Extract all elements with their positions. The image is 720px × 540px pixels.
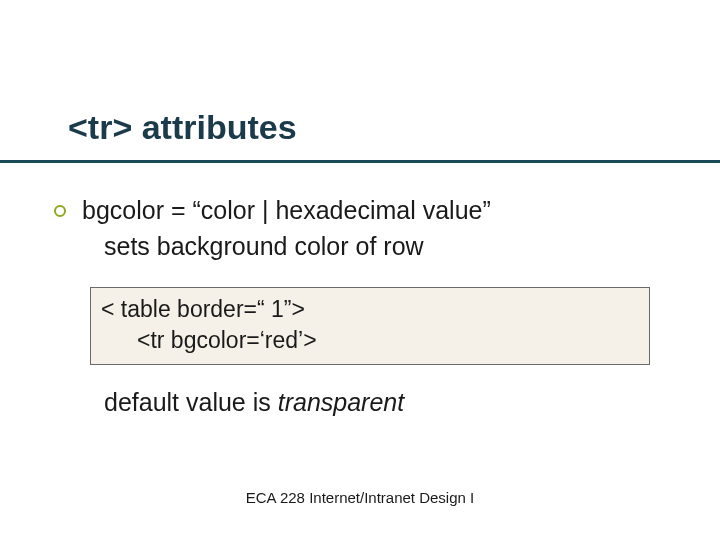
default-value-text: default value is transparent	[104, 388, 404, 417]
body-line-1: bgcolor = “color | hexadecimal value”	[82, 194, 680, 228]
footer-text: ECA 228 Internet/Intranet Design I	[0, 489, 720, 506]
slide: <tr> attributes bgcolor = “color | hexad…	[0, 0, 720, 540]
code-line-2: <tr bgcolor=‘red’>	[137, 325, 639, 356]
body-text: bgcolor = “color | hexadecimal value” se…	[82, 194, 680, 264]
slide-title: <tr> attributes	[68, 108, 680, 147]
title-area: <tr> attributes	[68, 108, 680, 147]
code-example-box: < table border=“ 1”> <tr bgcolor=‘red’>	[90, 287, 650, 365]
body-line-2: sets background color of row	[104, 230, 680, 264]
code-line-1: < table border=“ 1”>	[101, 294, 639, 325]
title-underline	[0, 160, 720, 163]
bullet-icon	[54, 205, 66, 217]
default-prefix: default value is	[104, 388, 278, 416]
default-italic: transparent	[278, 388, 404, 416]
